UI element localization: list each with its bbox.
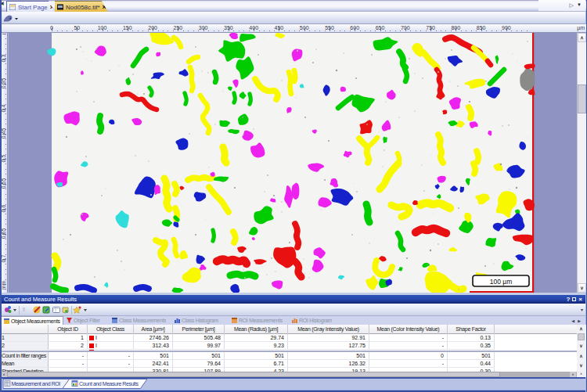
svg-text:Count and Measure Results: Count and Measure Results — [79, 381, 139, 387]
svg-text:Measurement and ROI: Measurement and ROI — [12, 381, 61, 387]
svg-text:100 µm: 100 µm — [490, 278, 513, 286]
